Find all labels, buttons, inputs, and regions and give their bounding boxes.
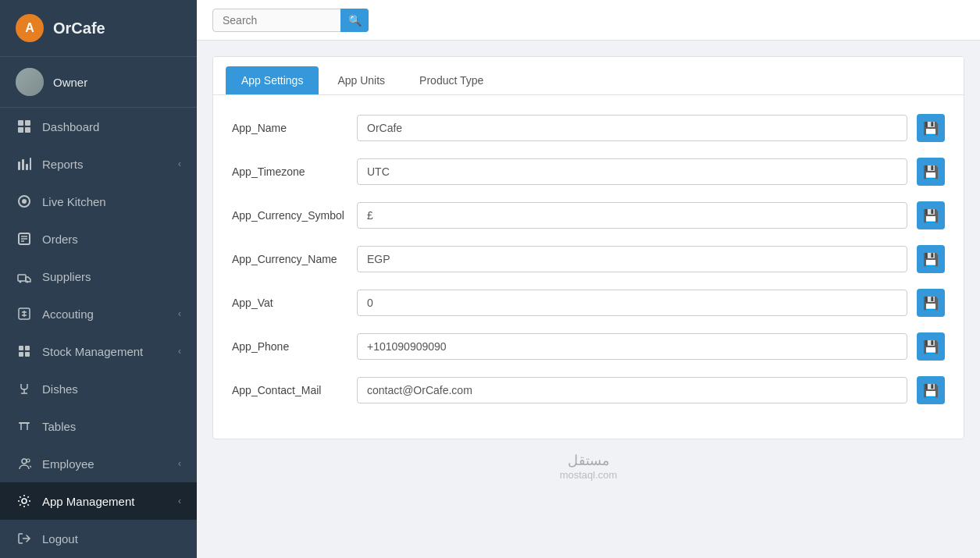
content-area: App Settings App Units Product Type App_… (197, 41, 980, 558)
search-icon: 🔍 (348, 14, 362, 27)
form-row-app-contact-mail: App_Contact_Mail 💾 (232, 376, 945, 404)
sidebar-item-label: Tables (42, 420, 181, 433)
save-icon: 💾 (923, 296, 939, 311)
save-icon: 💾 (923, 383, 939, 398)
sidebar-item-label: Accouting (42, 307, 178, 321)
input-app-currency-name[interactable] (357, 246, 907, 272)
dashboard-icon (16, 118, 33, 135)
topbar: 🔍 (197, 0, 980, 41)
tabs-bar: App Settings App Units Product Type (213, 57, 964, 95)
label-app-timezone: App_Timezone (232, 165, 357, 178)
sidebar-item-label: Stock Management (42, 345, 178, 358)
label-app-currency-name: App_Currency_Name (232, 253, 357, 265)
input-app-name[interactable] (357, 115, 907, 141)
sidebar-item-label: Dishes (42, 382, 181, 396)
save-btn-app-vat[interactable]: 💾 (917, 289, 945, 317)
sidebar-item-app-management[interactable]: App Management ‹ (0, 482, 197, 520)
svg-rect-5 (22, 159, 24, 170)
sidebar-item-dishes[interactable]: Dishes (0, 370, 197, 407)
input-app-currency-symbol[interactable] (357, 202, 907, 229)
input-wrap-app-currency-name (357, 246, 907, 272)
sidebar-item-live-kitchen[interactable]: Live Kitchen (0, 183, 197, 220)
save-icon: 💾 (923, 208, 939, 223)
svg-rect-2 (18, 127, 23, 133)
app-logo: A (16, 14, 44, 42)
label-app-name: App_Name (232, 122, 357, 134)
input-wrap-app-contact-mail (357, 377, 907, 403)
sidebar-item-label: Orders (42, 233, 181, 246)
chevron-left-icon: ‹ (178, 458, 181, 469)
svg-rect-1 (25, 120, 30, 126)
search-button[interactable]: 🔍 (340, 9, 369, 32)
save-btn-app-currency-name[interactable]: 💾 (917, 245, 945, 273)
tab-product-type[interactable]: Product Type (404, 66, 499, 94)
form-row-app-phone: App_Phone 💾 (232, 332, 945, 361)
live-kitchen-icon (16, 193, 33, 210)
input-app-contact-mail[interactable] (357, 377, 907, 403)
input-app-timezone[interactable] (357, 158, 907, 185)
main-area: 🔍 App Settings App Units Product Type Ap… (197, 0, 980, 558)
save-btn-app-name[interactable]: 💾 (917, 114, 945, 142)
sidebar-item-label: Logout (42, 532, 181, 546)
chevron-left-icon: ‹ (178, 496, 181, 506)
save-btn-app-timezone[interactable]: 💾 (917, 158, 945, 186)
sidebar-item-stock-management[interactable]: Stock Management ‹ (0, 332, 197, 370)
svg-point-31 (27, 459, 30, 462)
tab-app-settings[interactable]: App Settings (226, 66, 319, 94)
sidebar-item-label: Reports (42, 158, 178, 171)
svg-rect-6 (26, 164, 28, 170)
svg-rect-22 (25, 346, 30, 350)
sidebar-item-dashboard[interactable]: Dashboard (0, 108, 197, 145)
svg-rect-4 (18, 162, 20, 170)
orders-icon (16, 230, 33, 247)
input-app-phone[interactable] (357, 333, 907, 360)
svg-rect-23 (19, 352, 23, 357)
form-row-app-currency-name: App_Currency_Name 💾 (232, 245, 945, 273)
sidebar-item-label: Employee (42, 457, 178, 471)
sidebar-item-label: Live Kitchen (42, 195, 181, 208)
save-btn-app-currency-symbol[interactable]: 💾 (917, 201, 945, 229)
svg-rect-24 (25, 352, 30, 357)
sidebar-item-label: Dashboard (42, 120, 181, 133)
avatar-image (16, 68, 44, 96)
dishes-icon (16, 380, 33, 397)
sidebar-item-label: App Management (42, 495, 178, 508)
svg-rect-27 (19, 422, 30, 424)
sidebar-item-employee[interactable]: Employee ‹ (0, 445, 197, 482)
svg-point-30 (22, 459, 27, 464)
save-icon: 💾 (923, 252, 939, 267)
stock-icon (16, 343, 33, 360)
sidebar-item-logout[interactable]: Logout (0, 520, 197, 557)
sidebar-item-reports[interactable]: Reports ‹ (0, 145, 197, 183)
sidebar-item-orders[interactable]: Orders (0, 220, 197, 258)
sidebar-nav: Dashboard Reports ‹ Li (0, 108, 197, 558)
username-label: Owner (53, 76, 87, 89)
sidebar: A OrCafe Owner Dashboard (0, 0, 197, 558)
input-wrap-app-phone (357, 333, 907, 360)
accounting-icon (16, 305, 33, 322)
suppliers-icon (16, 268, 33, 285)
save-btn-app-phone[interactable]: 💾 (917, 332, 945, 361)
form-row-app-vat: App_Vat 💾 (232, 289, 945, 317)
save-icon: 💾 (923, 121, 939, 136)
input-wrap-app-timezone (357, 158, 907, 185)
input-app-vat[interactable] (357, 290, 907, 316)
svg-rect-3 (25, 127, 30, 133)
form-row-app-timezone: App_Timezone 💾 (232, 158, 945, 186)
input-wrap-app-name (357, 115, 907, 141)
label-app-contact-mail: App_Contact_Mail (232, 384, 357, 396)
avatar (16, 68, 44, 96)
settings-card: App Settings App Units Product Type App_… (212, 56, 964, 439)
logout-icon (16, 530, 33, 547)
input-wrap-app-currency-symbol (357, 202, 907, 229)
save-btn-app-contact-mail[interactable]: 💾 (917, 376, 945, 404)
sidebar-item-suppliers[interactable]: Suppliers (0, 258, 197, 295)
svg-point-15 (20, 281, 22, 283)
svg-rect-14 (18, 275, 26, 281)
reports-icon (16, 155, 33, 172)
tab-app-units[interactable]: App Units (322, 66, 401, 94)
sidebar-item-tables[interactable]: Tables (0, 407, 197, 445)
settings-form: App_Name 💾 App_Timezone 💾 (213, 95, 964, 439)
form-row-app-currency-symbol: App_Currency_Symbol 💾 (232, 201, 945, 229)
sidebar-item-accounting[interactable]: Accouting ‹ (0, 295, 197, 332)
